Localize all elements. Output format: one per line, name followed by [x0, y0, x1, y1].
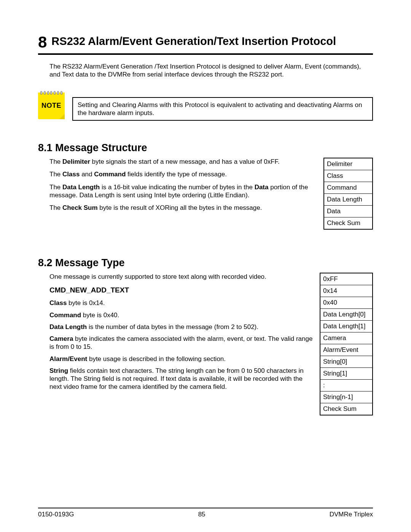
para-data-length: Data Length is the number of data bytes …	[49, 323, 316, 331]
note-icon: NOTE	[38, 93, 65, 119]
section-heading: 8.2 Message Type	[38, 257, 373, 269]
struct-cell: 0x14	[320, 285, 372, 297]
message-type-table: 0xFF 0x14 0x40 Data Length[0] Data Lengt…	[320, 273, 373, 415]
para-checksum: The Check Sum byte is the result of XORi…	[49, 204, 320, 212]
section-heading: 8.1 Message Structure	[38, 142, 373, 154]
para-data-length: The Data Length is a 16-bit value indica…	[49, 183, 320, 200]
struct-cell: Data Length	[324, 194, 372, 206]
struct-cell: Delimiter	[324, 158, 372, 170]
section-8-2: 8.2 Message Type One message is currentl…	[38, 257, 373, 415]
note-label: NOTE	[41, 102, 61, 110]
struct-cell: Data Length[0]	[320, 309, 372, 321]
struct-cell: Check Sum	[324, 217, 372, 229]
footer-rule	[38, 508, 373, 508]
chapter-rule	[38, 53, 373, 55]
struct-cell: Data	[324, 206, 372, 217]
chapter-number: 8	[38, 34, 47, 50]
struct-cell: String[1]	[320, 368, 372, 380]
struct-cell: :	[320, 380, 372, 391]
para-intro: One message is currently supported to st…	[49, 273, 316, 281]
struct-cell: Class	[324, 170, 372, 182]
intro-paragraph: The RS232 Alarm/Event Generation /Text I…	[49, 62, 373, 79]
struct-cell: String[0]	[320, 356, 372, 368]
para-string: String fields contain text characters. T…	[49, 367, 316, 391]
struct-cell: String[n-1]	[320, 391, 372, 403]
page-footer: 0150-0193G 85 DVMRe Triplex	[38, 508, 373, 518]
para-camera: Camera byte indicates the camera associa…	[49, 335, 316, 351]
chapter-header: 8 RS232 Alarm/Event Generation/Text Inse…	[38, 34, 373, 50]
struct-cell: 0xFF	[320, 273, 372, 285]
footer-page-num: 85	[198, 511, 206, 518]
note-box: Setting and Clearing Alarms with this Pr…	[72, 97, 373, 121]
footer-product: DVMRe Triplex	[330, 511, 373, 518]
struct-cell: Data Length[1]	[320, 321, 372, 332]
para-command: Command byte is 0x40.	[49, 311, 316, 319]
footer-doc-id: 0150-0193G	[38, 511, 74, 518]
chapter-title: RS232 Alarm/Event Generation/Text Insert…	[51, 34, 336, 48]
struct-cell: Check Sum	[320, 403, 372, 415]
section-8-1: 8.1 Message Structure The Delimiter byte…	[38, 142, 373, 230]
struct-cell: Alarm/Event	[320, 344, 372, 356]
struct-cell: Command	[324, 182, 372, 194]
para-alarm-event: Alarm/Event byte usage is described in t…	[49, 355, 316, 363]
struct-cell: 0x40	[320, 297, 372, 309]
para-class: Class byte is 0x14.	[49, 299, 316, 307]
para-class-command: The Class and Command fields identify th…	[49, 170, 320, 178]
sub-heading: CMD_NEW_ADD_TEXT	[49, 286, 316, 294]
struct-cell: Camera	[320, 332, 372, 344]
note-block: NOTE Setting and Clearing Alarms with th…	[38, 93, 373, 121]
message-structure-table: Delimiter Class Command Data Length Data…	[323, 158, 373, 230]
para-delimiter: The Delimiter byte signals the start of …	[49, 158, 320, 166]
